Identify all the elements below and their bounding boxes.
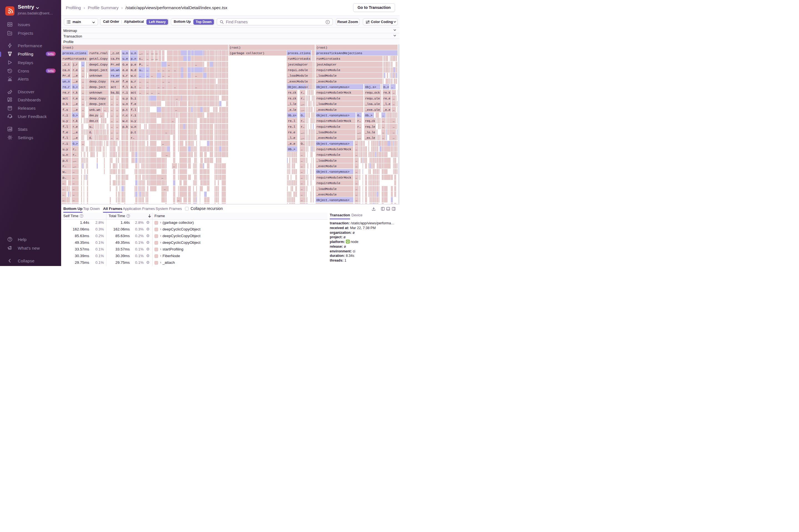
- svg-text:…: …: [301, 176, 303, 179]
- svg-text:…: …: [174, 86, 176, 89]
- svg-text:…: …: [100, 114, 103, 117]
- svg-text:u…e: u…e: [123, 57, 128, 60]
- svg-text:…: …: [73, 176, 75, 179]
- svg-text:…: …: [151, 74, 153, 77]
- svg-text:_…: _…: [301, 108, 304, 112]
- svg-text:ba…$1: ba…$1: [111, 91, 120, 94]
- svg-text:…: …: [82, 69, 84, 72]
- svg-text:jestAdapter: jestAdapter: [288, 63, 308, 66]
- svg-text:Obj…s>: Obj…s>: [365, 86, 376, 89]
- svg-text:O…: O…: [301, 142, 304, 146]
- svg-text:re…er: re…er: [111, 80, 120, 83]
- svg-text:_execModule: _execModule: [287, 80, 308, 83]
- svg-text:_c…st: _c…st: [111, 52, 120, 55]
- svg-text:_c…t: _c…t: [62, 63, 70, 66]
- svg-text:requi…odule: requi…odule: [288, 69, 308, 72]
- svg-text:_…: _…: [301, 102, 304, 106]
- svg-text:…: …: [82, 142, 84, 146]
- svg-text:re…k: re…k: [384, 91, 390, 94]
- svg-text:…: …: [195, 74, 197, 77]
- svg-text:…: …: [301, 159, 303, 163]
- svg-text:…: …: [176, 97, 178, 100]
- svg-text:_e…e: _e…e: [383, 108, 390, 112]
- svg-text:_…e: _…e: [73, 136, 78, 140]
- svg-text:r…: r…: [357, 125, 361, 129]
- svg-text:req…le: req…le: [365, 125, 375, 129]
- svg-text:…: …: [147, 63, 149, 66]
- svg-text:r…: r…: [301, 119, 304, 123]
- svg-text:_…e: _…e: [73, 102, 78, 106]
- svg-text:…: …: [73, 187, 75, 191]
- svg-text:_l…e: _l…e: [288, 136, 295, 140]
- svg-text:proces…ctions: proces…ctions: [288, 52, 311, 55]
- svg-text:re…l: re…l: [288, 119, 295, 123]
- svg-text:…: …: [147, 91, 149, 94]
- svg-text:runMicrotasks: runMicrotasks: [62, 57, 87, 60]
- svg-text:u…n: u…n: [62, 153, 68, 157]
- svg-text:j…r: j…r: [73, 63, 78, 66]
- svg-text:…: …: [356, 176, 357, 179]
- svg-text:…: …: [382, 131, 384, 134]
- svg-text:dee…py: dee…py: [90, 114, 98, 117]
- svg-text:act: act: [111, 86, 116, 89]
- svg-text:_loadModule: _loadModule: [316, 187, 337, 191]
- svg-text:processTicksAndRejections: processTicksAndRejections: [316, 52, 362, 55]
- svg-text:r…k: r…k: [73, 91, 78, 94]
- svg-text:r…c: r…c: [123, 114, 128, 117]
- svg-text:requireModule: requireModule: [316, 97, 340, 100]
- svg-text:…: …: [82, 114, 84, 117]
- svg-text:…: …: [393, 102, 395, 106]
- svg-text:r…: r…: [301, 97, 304, 100]
- svg-text:…: …: [82, 74, 84, 77]
- svg-text:…: …: [356, 170, 357, 173]
- svg-text:(garbage collector): (garbage collector): [230, 52, 264, 55]
- svg-text:Object.<anonymous>: Object.<anonymous>: [316, 170, 350, 173]
- svg-text:…: …: [158, 91, 160, 94]
- svg-text:…: …: [173, 165, 175, 168]
- svg-text:_…e: _…e: [73, 131, 78, 134]
- svg-text:…: …: [356, 182, 357, 185]
- svg-text:…: …: [301, 170, 303, 173]
- svg-text:u…n: u…n: [123, 52, 128, 55]
- svg-text:…: …: [162, 176, 163, 179]
- svg-text:u…y: u…y: [62, 119, 68, 123]
- svg-text:…: …: [162, 142, 164, 146]
- svg-text:Ob…s>: Ob…s>: [288, 114, 296, 117]
- svg-text:…: …: [147, 74, 149, 77]
- svg-text:un…wn: un…wn: [111, 69, 120, 72]
- svg-text:f…l: f…l: [62, 136, 68, 140]
- svg-text:(root): (root): [62, 46, 74, 50]
- svg-text:w…c: w…c: [123, 119, 128, 123]
- svg-text:requireModule: requireModule: [316, 182, 340, 185]
- svg-text:…: …: [104, 108, 106, 112]
- svg-text:…: …: [356, 165, 357, 168]
- svg-text:w…: w…: [62, 170, 66, 173]
- svg-text:p…n: p…n: [131, 57, 136, 60]
- svg-text:p…k: p…k: [123, 125, 128, 129]
- svg-text:r…1: r…1: [62, 114, 68, 117]
- svg-text:…: …: [356, 153, 357, 157]
- svg-text:un…n: un…n: [62, 80, 70, 83]
- svg-text:unknown: unknown: [90, 91, 102, 94]
- svg-text:unk…wn: unk…wn: [90, 108, 100, 112]
- svg-text:f…l: f…l: [62, 125, 68, 129]
- svg-text:requireModule: requireModule: [316, 125, 340, 129]
- svg-text:…: …: [393, 131, 395, 134]
- svg-text:requireModuleOrMock: requireModuleOrMock: [316, 148, 351, 151]
- svg-text:p…t: p…t: [123, 108, 128, 112]
- svg-text:…: …: [139, 86, 141, 89]
- svg-text:…: …: [151, 52, 154, 55]
- svg-text:p…: p…: [62, 176, 66, 179]
- svg-text:_execModule: _execModule: [316, 193, 337, 196]
- svg-text:…: …: [393, 97, 395, 100]
- svg-text:r…e: r…e: [73, 125, 78, 129]
- svg-text:p…t: p…t: [131, 131, 136, 134]
- svg-text:r…e: r…e: [73, 69, 78, 72]
- svg-text:…: …: [393, 136, 395, 140]
- svg-text:_execModule: _execModule: [316, 136, 337, 140]
- svg-text:f…l: f…l: [123, 86, 128, 89]
- svg-text:…: …: [116, 114, 118, 117]
- svg-text:p…t: p…t: [62, 159, 68, 163]
- svg-text:r…k: r…k: [73, 119, 78, 123]
- svg-text:…: …: [155, 57, 158, 60]
